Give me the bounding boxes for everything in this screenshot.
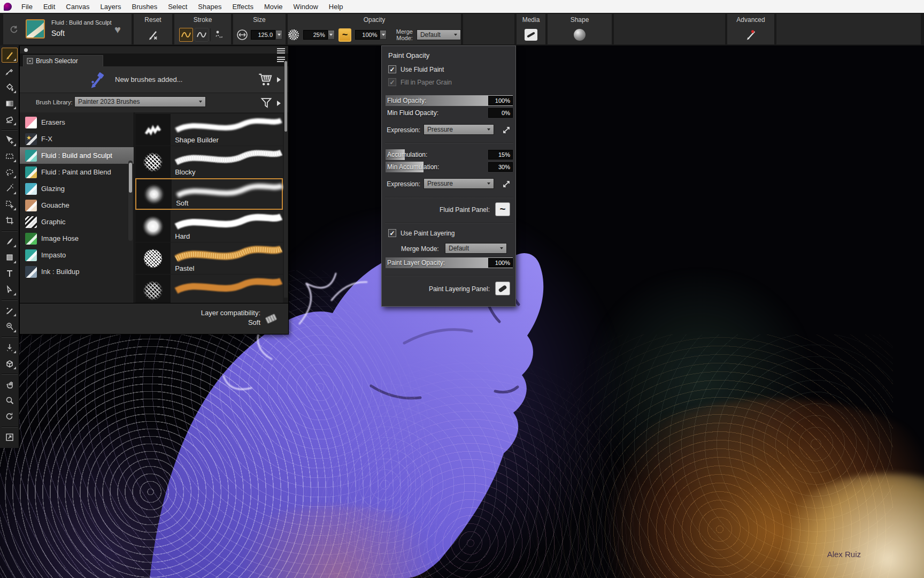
opacity-dropdown-button[interactable] (380, 30, 387, 40)
panel-group-menu-icon[interactable] (277, 48, 285, 54)
favorite-heart-icon[interactable]: ♥ (114, 24, 121, 36)
category-gouache[interactable]: Gouache (20, 197, 134, 214)
expression-2-curve-icon[interactable] (500, 178, 512, 190)
fluid-opacity-slider[interactable]: Fluid Opacity: 100% (386, 95, 513, 106)
fluid-opacity-value[interactable]: 100% (488, 96, 513, 105)
layer-adjuster-tool[interactable] (2, 133, 18, 148)
pen-tool[interactable] (2, 234, 18, 249)
category-fx[interactable]: F-X (20, 131, 134, 147)
expression-1-curve-icon[interactable] (500, 124, 512, 136)
category-graphic[interactable]: Graphic (20, 214, 134, 230)
filter-funnel-icon[interactable] (260, 97, 272, 109)
min-accumulation-value[interactable]: 30% (488, 162, 513, 172)
filter-flyout-arrow[interactable] (277, 101, 281, 106)
grabber-tool[interactable] (2, 377, 18, 392)
menu-file[interactable]: File (16, 1, 38, 12)
min-fluid-opacity-slider[interactable]: Min Fluid Opacity: 0% (386, 108, 513, 118)
checkbox-checked-icon[interactable]: ✓ (388, 229, 396, 237)
transform-tool[interactable] (2, 197, 18, 212)
menu-select[interactable]: Select (163, 1, 192, 12)
use-paint-layering-checkbox[interactable]: ✓ Use Paint Layering (388, 229, 455, 237)
text-tool[interactable] (2, 266, 18, 281)
size-spinner[interactable]: 125.0 (251, 30, 282, 40)
variant-partial[interactable] (135, 275, 283, 303)
accumulation-value[interactable]: 15% (488, 150, 513, 159)
category-scrollbar[interactable] (128, 161, 133, 241)
menu-canvas[interactable]: Canvas (60, 1, 95, 12)
gradient-tool[interactable] (2, 96, 18, 111)
grain-dropdown-button[interactable] (328, 30, 335, 40)
fluid-paint-flyout-button[interactable]: ~ (338, 28, 352, 42)
category-impasto[interactable]: Impasto (20, 247, 134, 263)
size-dropdown-button[interactable] (275, 30, 282, 40)
dropper-tool[interactable] (2, 64, 18, 79)
new-brushes-banner[interactable]: New brushes added... (20, 66, 288, 93)
navigator-tool[interactable] (2, 430, 18, 445)
menu-effects[interactable]: Effects (227, 1, 259, 12)
checkbox-checked-icon[interactable]: ✓ (388, 65, 396, 73)
grain-value[interactable]: 25% (303, 30, 328, 40)
min-accumulation-slider[interactable]: Min Accumulation: 30% (386, 162, 513, 172)
variant-hard[interactable]: Hard (135, 210, 283, 242)
menu-edit[interactable]: Edit (38, 1, 60, 12)
paint-layer-opacity-value[interactable]: 100% (488, 258, 513, 268)
min-fluid-opacity-value[interactable]: 0% (488, 108, 513, 118)
eraser-tool[interactable] (2, 112, 18, 127)
size-value[interactable]: 125.0 (251, 30, 275, 40)
crop-tool[interactable] (2, 213, 18, 228)
paint-bucket-tool[interactable] (2, 80, 18, 95)
brush-selector-tab[interactable]: Brush Selector (23, 55, 103, 66)
variant-shape-builder[interactable]: Shape Builder (135, 114, 283, 146)
menu-layers[interactable]: Layers (95, 1, 126, 12)
menu-shapes[interactable]: Shapes (192, 1, 227, 12)
advanced-brush-button[interactable] (744, 29, 757, 41)
cart-flyout-arrow[interactable] (277, 77, 281, 82)
freehand-stroke-button[interactable] (179, 28, 193, 42)
magnifier-tool[interactable] (2, 393, 18, 408)
menu-movie[interactable]: Movie (259, 1, 288, 12)
dab-stroke-options-button[interactable] (212, 28, 226, 42)
rotate-page-tool[interactable] (2, 409, 18, 424)
rectangle-shape-tool[interactable] (2, 250, 18, 265)
brush-tool[interactable] (2, 48, 18, 63)
category-erasers[interactable]: Erasers (20, 114, 134, 131)
grain-spinner[interactable]: 25% (303, 30, 335, 40)
variant-blocky[interactable]: Blocky (135, 146, 283, 178)
menu-window[interactable]: Window (288, 1, 324, 12)
menu-help[interactable]: Help (324, 1, 349, 12)
expression-1-select[interactable]: Pressure (424, 124, 494, 135)
perspective-tool[interactable] (2, 356, 18, 371)
magic-wand-tool[interactable] (2, 181, 18, 196)
menu-brushes[interactable]: Brushes (126, 1, 163, 12)
category-fluid-paint-blend[interactable]: Fluid : Paint and Blend (20, 164, 134, 180)
opacity-spinner[interactable]: 100% (355, 30, 387, 40)
paint-layering-panel-button[interactable] (495, 282, 510, 295)
paint-layer-opacity-slider[interactable]: Paint Layer Opacity: 100% (386, 257, 513, 268)
category-glazing[interactable]: Glazing (20, 180, 134, 197)
popup-merge-mode-select[interactable]: Default (445, 243, 507, 254)
cart-icon[interactable] (258, 73, 273, 87)
dodge-tool[interactable] (2, 303, 18, 318)
rectangular-select-tool[interactable] (2, 149, 18, 164)
category-image-hose[interactable]: Image Hose (20, 230, 134, 247)
variant-pastel[interactable]: Pastel (135, 242, 283, 274)
mirror-painting-tool[interactable] (2, 340, 18, 355)
restore-default-icon[interactable] (9, 25, 19, 35)
opacity-value[interactable]: 100% (355, 30, 380, 40)
brush-library-select[interactable]: Painter 2023 Brushes (74, 96, 206, 107)
accumulation-slider[interactable]: Accumulation: 15% (386, 149, 513, 160)
merge-mode-select[interactable]: Default (417, 29, 461, 40)
shape-select-tool[interactable] (2, 282, 18, 297)
fluid-paint-panel-button[interactable]: ~ (495, 202, 510, 216)
grain-icon[interactable] (288, 29, 299, 41)
lasso-tool[interactable] (2, 165, 18, 180)
burn-tool[interactable] (2, 319, 18, 334)
panel-close-icon[interactable] (27, 58, 33, 64)
use-fluid-paint-checkbox[interactable]: ✓ Use Fluid Paint (388, 65, 444, 73)
panel-drag-bar[interactable] (20, 46, 288, 54)
straight-stroke-button[interactable] (195, 28, 209, 42)
reset-brush-button[interactable] (147, 29, 159, 41)
expression-2-select[interactable]: Pressure (424, 178, 494, 189)
category-fluid-build-sculpt[interactable]: Fluid : Build and Sculpt (20, 147, 134, 164)
shape-button[interactable] (574, 29, 586, 41)
